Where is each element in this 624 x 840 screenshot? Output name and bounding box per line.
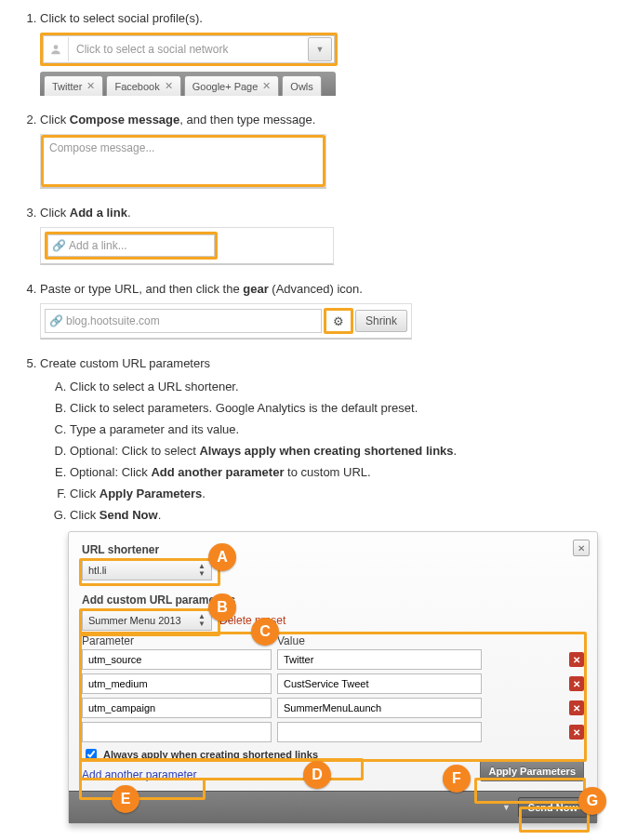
- sub-b: Click to select parameters. Google Analy…: [70, 401, 610, 415]
- compose-textarea[interactable]: Compose message...: [41, 135, 325, 187]
- param-name-input[interactable]: [82, 698, 272, 718]
- step3-a: Click: [40, 206, 70, 220]
- step4-b: (Advanced) icon.: [269, 282, 363, 296]
- param-name-input[interactable]: [82, 649, 272, 670]
- sub-a: Click to select a URL shortener.: [70, 380, 610, 393]
- delete-row-icon[interactable]: ✕: [569, 725, 584, 740]
- param-row: ✕: [82, 649, 584, 670]
- social-placeholder: Click to select a social network: [69, 43, 308, 56]
- param-row: ✕: [82, 673, 584, 694]
- add-another-link[interactable]: Add another parameter: [82, 768, 196, 781]
- link-icon: 🔗: [48, 239, 69, 252]
- col-parameter: Parameter: [82, 634, 277, 647]
- person-icon: [44, 37, 69, 61]
- callout-b: B: [208, 593, 236, 621]
- step3-b: .: [127, 206, 131, 220]
- callout-d: D: [303, 761, 331, 789]
- param-value-input[interactable]: [277, 722, 482, 742]
- send-now-button[interactable]: Send Now: [518, 797, 588, 818]
- step2-bold: Compose message: [70, 113, 180, 127]
- caret-icon: ▲▼: [198, 613, 206, 628]
- sub-c: Type a parameter and its value.: [70, 422, 610, 436]
- close-icon[interactable]: ✕: [262, 80, 271, 92]
- caret-icon: ▲▼: [198, 563, 206, 578]
- social-selector-highlight: Click to select a social network ▼: [40, 33, 338, 66]
- gear-icon[interactable]: ⚙: [328, 311, 349, 331]
- url-shortener-select[interactable]: htl.li ▲▼: [82, 560, 212, 580]
- close-button[interactable]: ✕: [573, 540, 590, 556]
- callout-f: F: [443, 765, 471, 793]
- param-value-input[interactable]: [277, 649, 482, 670]
- social-selector[interactable]: Click to select a social network ▼: [43, 35, 335, 63]
- delete-row-icon[interactable]: ✕: [569, 652, 584, 667]
- tab-owls[interactable]: Owls: [282, 75, 321, 96]
- callout-g: G: [578, 787, 606, 815]
- url-parameters-panel: ✕ URL shortener htl.li ▲▼ Add custom URL…: [68, 531, 598, 824]
- add-link-input[interactable]: 🔗 Add a link...: [47, 234, 215, 257]
- url-input[interactable]: 🔗 blog.hootsuite.com: [45, 309, 322, 333]
- svg-point-0: [54, 45, 59, 49]
- param-rows: ✕ ✕ ✕ ✕: [82, 649, 584, 742]
- param-value-input[interactable]: [277, 673, 482, 694]
- social-tabs: Twitter✕ Facebook✕ Google+ Page✕ Owls: [40, 72, 336, 96]
- apply-parameters-button[interactable]: Apply Parameters: [480, 761, 584, 781]
- tab-googleplus[interactable]: Google+ Page✕: [184, 75, 280, 96]
- callout-c: C: [251, 618, 279, 646]
- chevron-down-icon[interactable]: ▼: [502, 803, 511, 812]
- step3-bold: Add a link: [70, 206, 127, 220]
- chevron-down-icon[interactable]: ▼: [308, 37, 332, 61]
- col-value: Value: [277, 634, 584, 647]
- close-icon[interactable]: ✕: [165, 80, 173, 92]
- shrink-button[interactable]: Shrink: [355, 310, 407, 332]
- url-shortener-label: URL shortener: [82, 543, 584, 556]
- preset-select[interactable]: Summer Menu 2013 ▲▼: [82, 610, 212, 631]
- close-icon[interactable]: ✕: [86, 80, 95, 92]
- tab-facebook[interactable]: Facebook✕: [106, 75, 180, 96]
- tab-twitter[interactable]: Twitter✕: [44, 75, 103, 96]
- step2-a: Click: [40, 113, 70, 127]
- callout-e: E: [112, 785, 139, 813]
- param-name-input[interactable]: [82, 722, 272, 742]
- delete-row-icon[interactable]: ✕: [569, 676, 584, 691]
- delete-row-icon[interactable]: ✕: [569, 700, 584, 715]
- step2-b: , and then type message.: [179, 113, 315, 127]
- panel-footer: ▼ Send Now: [69, 791, 597, 823]
- param-value-input[interactable]: [277, 698, 482, 718]
- param-name-input[interactable]: [82, 673, 272, 694]
- step1-text: Click to select social profile(s).: [40, 11, 203, 25]
- param-row: ✕: [82, 698, 584, 718]
- step4-bold: gear: [243, 282, 268, 296]
- always-apply-checkbox[interactable]: [86, 749, 97, 760]
- step5-text: Create custom URL parameters: [40, 356, 210, 370]
- step4-a: Paste or type URL, and then click the: [40, 282, 243, 296]
- custom-params-label: Add custom URL parameters: [82, 593, 584, 607]
- link-icon: 🔗: [46, 314, 66, 327]
- callout-a: A: [208, 543, 236, 571]
- param-row: ✕: [82, 722, 584, 742]
